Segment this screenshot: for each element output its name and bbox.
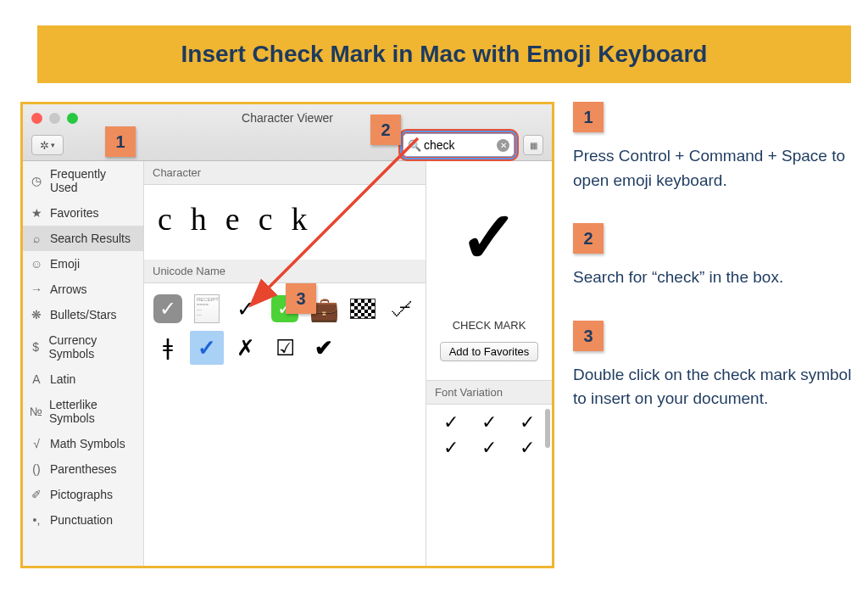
callout-badge-2: 2 bbox=[370, 115, 401, 145]
instruction-text: Press Control + Command + Space to open … bbox=[573, 144, 856, 193]
scrollbar-thumb[interactable] bbox=[545, 409, 550, 448]
page-banner: Insert Check Mark in Mac with Emoji Keyb… bbox=[37, 25, 851, 83]
search-input[interactable] bbox=[424, 138, 497, 152]
sidebar-item-label: Bullets/Stars bbox=[50, 308, 117, 321]
results-column: Character check Unicode Name ✓RECEIPT===… bbox=[144, 161, 426, 566]
instruction-text: Double click on the check mark symbol to… bbox=[573, 363, 856, 411]
sidebar-item-label: Frequently Used bbox=[50, 167, 136, 194]
sidebar-item-label: Punctuation bbox=[50, 513, 113, 527]
sidebar-item-frequently-used[interactable]: ◷Frequently Used bbox=[23, 161, 143, 200]
search-icon: 🔍 bbox=[408, 139, 421, 152]
sidebar-item-arrows[interactable]: →Arrows bbox=[23, 277, 143, 302]
font-variation-cell[interactable]: ✓ bbox=[471, 411, 506, 433]
sidebar-icon: ✐ bbox=[30, 488, 43, 501]
character-letters: check bbox=[144, 185, 426, 260]
sidebar-item-label: Arrows bbox=[50, 282, 87, 296]
sidebar-icon: ☺ bbox=[30, 257, 43, 271]
sidebar-item-label: Parentheses bbox=[50, 462, 117, 476]
character-name-label: CHECK MARK bbox=[426, 314, 552, 342]
font-variation-header: Font Variation bbox=[426, 380, 552, 405]
instruction-step: 1Press Control + Command + Space to open… bbox=[573, 102, 856, 193]
sidebar-item-label: Math Symbols bbox=[50, 437, 125, 450]
gear-menu-button[interactable]: ✲ ▾ bbox=[31, 135, 64, 155]
instruction-text: Search for “check” in the box. bbox=[573, 265, 856, 290]
unicode-cell[interactable]: ✓ bbox=[229, 292, 263, 326]
sidebar-icon: ◷ bbox=[30, 174, 43, 187]
sidebar-item-pictographs[interactable]: ✐Pictographs bbox=[23, 482, 143, 507]
instruction-step: 2Search for “check” in the box. bbox=[573, 223, 856, 290]
callout-badge-3: 3 bbox=[286, 283, 316, 314]
unicode-cell[interactable] bbox=[346, 292, 380, 326]
sidebar-item-punctuation[interactable]: •,Punctuation bbox=[23, 507, 143, 533]
sidebar-item-search-results[interactable]: ⌕Search Results bbox=[23, 226, 143, 251]
keyboard-viewer-button[interactable]: ▦ bbox=[523, 135, 543, 155]
gear-icon: ✲ bbox=[40, 139, 49, 152]
preview-column: ✓ CHECK MARK Add to Favorites Font Varia… bbox=[426, 161, 552, 566]
instruction-badge: 3 bbox=[573, 321, 604, 351]
preview-glyph: ✓ bbox=[426, 161, 552, 314]
sidebar-icon: → bbox=[30, 282, 43, 296]
sidebar-item-label: Currency Symbols bbox=[48, 333, 136, 360]
grid-icon: ▦ bbox=[530, 141, 537, 150]
font-variation-cell[interactable]: ✓ bbox=[433, 411, 468, 433]
sidebar-icon: ★ bbox=[30, 206, 43, 220]
sidebar-item-favorites[interactable]: ★Favorites bbox=[23, 200, 143, 226]
sidebar-item-letterlike-symbols[interactable]: №Letterlike Symbols bbox=[23, 392, 143, 431]
preview-char: ✓ bbox=[459, 196, 519, 279]
font-variation-cell[interactable]: ✓ bbox=[510, 411, 545, 433]
sidebar-icon: () bbox=[30, 462, 43, 476]
unicode-cell[interactable]: ⍻ bbox=[385, 292, 419, 326]
add-to-favorites-button[interactable]: Add to Favorites bbox=[440, 342, 539, 361]
font-variation-grid: ✓✓✓✓✓✓ bbox=[426, 405, 552, 466]
character-section-header: Character bbox=[144, 161, 426, 185]
category-sidebar: ◷Frequently Used★Favorites⌕Search Result… bbox=[23, 161, 144, 566]
font-variation-cell[interactable]: ✓ bbox=[510, 437, 545, 459]
sidebar-item-math-symbols[interactable]: √Math Symbols bbox=[23, 431, 143, 456]
sidebar-icon: № bbox=[30, 405, 42, 418]
sidebar-icon: ❋ bbox=[30, 308, 43, 321]
sidebar-item-latin[interactable]: ALatin bbox=[23, 366, 143, 392]
sidebar-icon: A bbox=[30, 372, 43, 386]
unicode-cell[interactable]: RECEIPT====------ bbox=[190, 292, 224, 326]
instruction-step: 3Double click on the check mark symbol t… bbox=[573, 321, 856, 411]
sidebar-item-label: Search Results bbox=[50, 232, 131, 245]
font-variation-cell[interactable]: ✓ bbox=[471, 437, 506, 459]
unicode-grid: ✓RECEIPT====------✓✓💼⍻ǂ✓✗☑✔ bbox=[144, 283, 426, 373]
instruction-badge: 1 bbox=[573, 102, 604, 132]
sidebar-item-label: Pictographs bbox=[50, 488, 113, 501]
sidebar-item-currency-symbols[interactable]: $Currency Symbols bbox=[23, 327, 143, 366]
unicode-cell[interactable]: ✗ bbox=[229, 331, 263, 365]
sidebar-item-label: Latin bbox=[50, 372, 75, 386]
unicode-cell[interactable]: ǂ bbox=[151, 331, 185, 365]
unicode-section-header: Unicode Name bbox=[144, 260, 426, 283]
chevron-down-icon: ▾ bbox=[51, 141, 55, 149]
sidebar-icon: √ bbox=[30, 437, 43, 450]
sidebar-item-label: Favorites bbox=[50, 206, 99, 220]
callout-badge-1: 1 bbox=[105, 126, 136, 157]
clear-search-icon[interactable]: ✕ bbox=[497, 139, 509, 152]
sidebar-item-bullets-stars[interactable]: ❋Bullets/Stars bbox=[23, 302, 143, 327]
unicode-cell[interactable]: ✓ bbox=[151, 292, 185, 326]
sidebar-icon: •, bbox=[30, 513, 43, 527]
character-viewer-window: Character Viewer ✲ ▾ 🔍 ✕ ▦ ◷Frequently U… bbox=[20, 102, 554, 568]
unicode-cell[interactable]: ✔ bbox=[307, 331, 341, 365]
instruction-badge: 2 bbox=[573, 223, 604, 254]
window-title: Character Viewer bbox=[23, 111, 552, 125]
sidebar-item-parentheses[interactable]: ()Parentheses bbox=[23, 456, 143, 482]
font-variation-cell[interactable]: ✓ bbox=[433, 437, 468, 459]
window-titlebar: Character Viewer ✲ ▾ 🔍 ✕ ▦ bbox=[23, 104, 552, 161]
sidebar-icon: $ bbox=[30, 340, 42, 354]
sidebar-icon: ⌕ bbox=[30, 232, 43, 245]
search-field[interactable]: 🔍 ✕ bbox=[403, 133, 515, 157]
instructions-column: 1Press Control + Command + Space to open… bbox=[573, 102, 856, 568]
sidebar-item-emoji[interactable]: ☺Emoji bbox=[23, 251, 143, 277]
unicode-cell[interactable]: ☑ bbox=[268, 331, 302, 365]
sidebar-item-label: Letterlike Symbols bbox=[49, 398, 136, 425]
sidebar-item-label: Emoji bbox=[50, 257, 80, 271]
unicode-cell[interactable]: ✓ bbox=[190, 331, 224, 365]
